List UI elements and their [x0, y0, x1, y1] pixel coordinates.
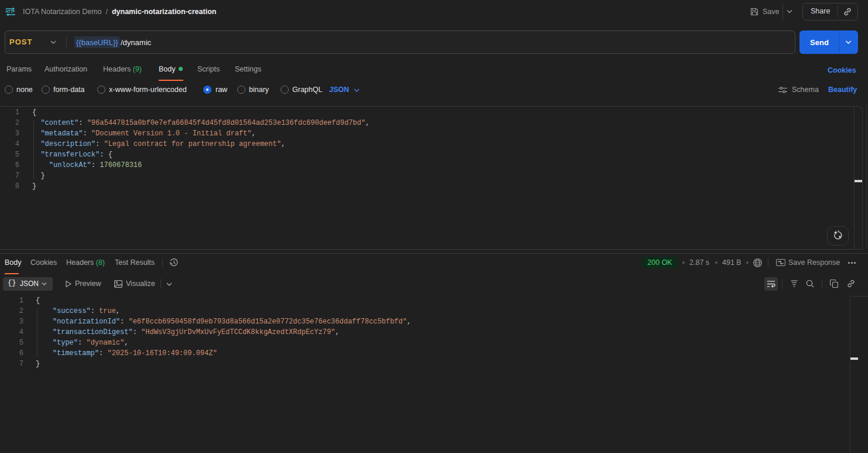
svg-text:HTTP: HTTP [6, 9, 15, 13]
